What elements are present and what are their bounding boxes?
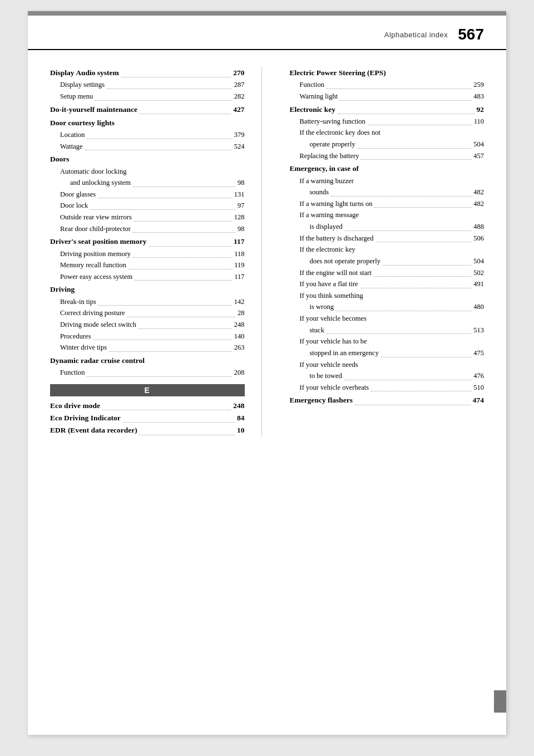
index-entry: Correct driving posture28: [50, 307, 245, 319]
entry-text: Dynamic radar cruise control: [50, 355, 145, 367]
page-num: 504: [473, 256, 484, 267]
index-entry: If your vehicle needs: [290, 359, 484, 371]
entry-text: stopped in an emergency: [310, 347, 379, 359]
page-num: 118: [234, 248, 244, 260]
entry-text: Power easy access system: [60, 271, 132, 283]
entry-text: to be towed: [310, 370, 342, 382]
entry-text: and unlocking system: [70, 177, 131, 189]
entry-text: Function: [300, 79, 324, 91]
page-num: 502: [473, 267, 484, 279]
index-entry: Warning light483: [290, 91, 484, 102]
index-entry: If you have a flat tire491: [290, 278, 484, 290]
page-num: 427: [233, 104, 244, 116]
index-entry: EDR (Event data recorder)10: [50, 424, 245, 436]
index-entry: Driving mode select switch248: [50, 319, 245, 331]
dot-leader: [87, 139, 231, 139]
page-num: 457: [473, 150, 484, 162]
dot-leader: [374, 207, 471, 208]
index-entry: to be towed476: [290, 370, 484, 382]
index-entry: Memory recall function119: [50, 259, 245, 271]
index-entry: Door glasses131: [50, 189, 245, 200]
index-entry: If the electronic key does not: [290, 127, 484, 139]
index-section: Dynamic radar cruise controlFunction208: [50, 355, 245, 379]
header-bar: [28, 11, 506, 16]
dot-leader: [90, 209, 235, 210]
entry-text: Break-in tips: [60, 296, 96, 308]
right-column: Electric Power Steering (EPS)Function259…: [284, 67, 484, 437]
index-entry: Power easy access system117: [50, 271, 245, 283]
entry-text: Driver's seat position memory: [50, 235, 147, 248]
entry-text: is wrong: [310, 301, 334, 313]
entry-text: If your vehicle overheats: [300, 382, 369, 394]
index-entry: stopped in an emergency475: [290, 347, 484, 359]
index-entry: Display settings287: [50, 79, 245, 91]
index-entry: Driving position memory118: [50, 248, 245, 260]
index-entry: If a warning message: [290, 209, 484, 221]
entry-text: If your vehicle has to be: [300, 336, 367, 347]
index-entry: Do-it-yourself maintenance427: [50, 104, 245, 116]
index-entry: Driver's seat position memory117: [50, 235, 245, 248]
index-entry: Eco drive mode248: [50, 400, 245, 412]
header-title: Alphabetical index: [384, 31, 448, 39]
page-num: 117: [234, 235, 245, 248]
page-num: 287: [234, 79, 245, 91]
page-num: 270: [233, 67, 244, 79]
entry-text: If a warning buzzer: [300, 175, 354, 187]
page-num: 524: [234, 141, 245, 153]
dot-leader: [107, 89, 232, 89]
page-num: 482: [473, 198, 484, 210]
dot-leader: [358, 148, 471, 149]
entry-text: If your vehicle needs: [300, 359, 358, 371]
dot-leader: [361, 159, 471, 160]
dot-leader: [87, 376, 231, 377]
index-entry: Emergency flashers474: [290, 394, 484, 406]
entry-text: Procedures: [60, 331, 91, 342]
entry-text: Display Audio system: [50, 67, 119, 79]
index-entry: If a warning buzzer: [290, 175, 484, 187]
page-num: 491: [473, 278, 484, 290]
index-entry: Function259: [290, 79, 484, 91]
page-num: 513: [473, 325, 484, 336]
content-area: Display Audio system270Display settings2…: [28, 50, 506, 454]
entry-text: Correct driving posture: [60, 307, 125, 319]
index-entry: If your vehicle overheats510: [290, 382, 484, 394]
entry-text: Doors: [50, 153, 70, 165]
dot-leader: [102, 410, 231, 410]
dot-leader: [336, 311, 471, 311]
dot-leader: [345, 230, 471, 231]
index-section: DrivingBreak-in tips142Correct driving p…: [50, 283, 245, 353]
entry-text: Wattage: [60, 141, 83, 153]
dot-leader: [338, 114, 474, 114]
entry-text: Door lock: [60, 200, 88, 212]
index-entry: Winter drive tips263: [50, 342, 245, 354]
dot-leader: [376, 242, 472, 242]
index-entry: Emergency, in case of: [290, 163, 484, 175]
page-num: 506: [473, 233, 484, 244]
dot-leader: [98, 198, 232, 198]
page-num: 504: [473, 139, 484, 150]
entry-text: Door glasses: [60, 189, 96, 200]
dot-leader: [93, 340, 232, 340]
index-entry: Break-in tips142: [50, 296, 245, 308]
index-entry: sounds482: [290, 186, 484, 198]
index-entry: does not operate properly504: [290, 256, 484, 267]
page-num: 131: [234, 189, 245, 200]
page: Alphabetical index 567 Display Audio sys…: [28, 11, 506, 735]
index-section: DoorsAutomatic door lockingand unlocking…: [50, 153, 245, 234]
entry-text: If you think something: [300, 290, 363, 302]
dot-leader: [128, 269, 232, 269]
entry-text: Winter drive tips: [60, 342, 107, 354]
index-entry: Battery-saving function110: [290, 116, 484, 127]
entry-text: Emergency, in case of: [290, 163, 359, 175]
entry-text: If the electronic key: [300, 244, 355, 256]
page-num: 488: [473, 221, 484, 233]
page-num: 97: [238, 200, 245, 212]
dot-leader: [360, 288, 472, 288]
entry-text: Battery-saving function: [300, 116, 365, 127]
dot-leader: [133, 257, 232, 258]
index-section: Emergency, in case ofIf a warning buzzer…: [290, 163, 484, 393]
index-entry: and unlocking system98: [50, 177, 245, 189]
page-num: 263: [234, 342, 245, 354]
dot-leader: [85, 150, 232, 150]
entry-text: Display settings: [60, 79, 105, 91]
